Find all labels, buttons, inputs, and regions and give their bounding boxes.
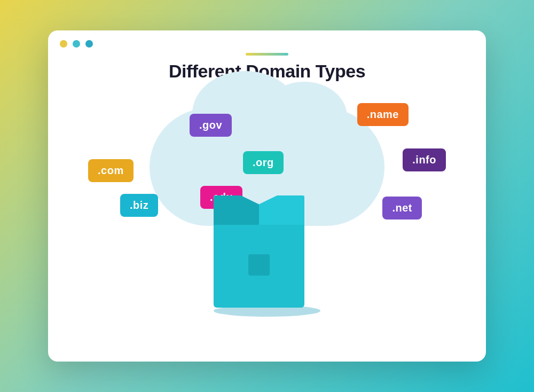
tag-name: .name <box>357 103 409 126</box>
title-bar <box>48 30 486 53</box>
box-body <box>214 222 304 308</box>
dot-yellow <box>60 40 67 48</box>
dot-teal <box>73 40 80 48</box>
tag-info: .info <box>403 148 446 171</box>
tag-com: .com <box>88 159 134 182</box>
illustration-area: .com .gov .name .org .info .edu .biz .ne… <box>48 82 486 327</box>
tag-biz: .biz <box>120 194 158 217</box>
title-accent-bar <box>246 53 288 56</box>
tag-gov: .gov <box>190 114 232 137</box>
box-inner-square <box>248 254 270 276</box>
box-container <box>214 222 320 317</box>
dot-blue <box>85 40 93 48</box>
tag-org: .org <box>243 151 284 174</box>
browser-window: Different Domain Types .com .gov .name .… <box>48 30 486 362</box>
tag-net: .net <box>382 197 422 219</box>
